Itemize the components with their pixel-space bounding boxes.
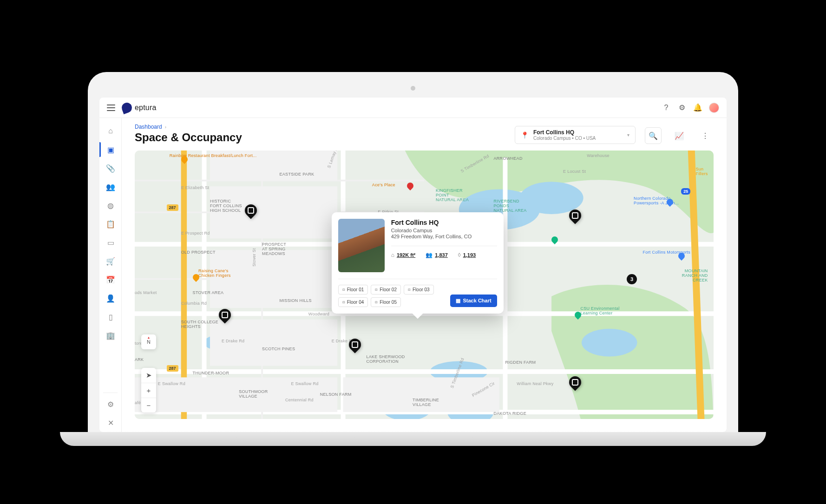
svg-rect-22	[210, 250, 337, 308]
building-cluster-marker[interactable]: 3	[627, 274, 637, 284]
map-label: HISTORIC FORT COLLINS HIGH SCHOOL	[210, 199, 242, 213]
nav-cart-icon[interactable]: 🛒	[99, 252, 122, 270]
stat-seats[interactable]: ◊1,193	[458, 252, 476, 258]
notifications-bell-icon[interactable]: 🔔	[693, 103, 702, 112]
brand-logo[interactable]: eptura	[122, 103, 157, 113]
user-avatar[interactable]	[709, 103, 719, 113]
map-label: EASTSIDE PARK	[280, 172, 315, 177]
map-label: OLD PROSPECT	[181, 250, 216, 255]
nav-attach-icon[interactable]: 📎	[99, 159, 122, 177]
location-picker[interactable]: 📍 Fort Collins HQ Colorado Campus • CO •…	[515, 126, 636, 144]
search-button[interactable]: 🔍	[645, 127, 662, 144]
topbar: eptura ? ⚙ 🔔	[99, 98, 727, 118]
map-label: THUNDER-MOOR	[193, 371, 229, 375]
chart-icon: 📈	[675, 131, 684, 140]
street-label: E Elizabeth St	[181, 185, 210, 190]
map-label: Kingfisher Point Natural Area	[436, 188, 469, 202]
hwy-shield: 287	[167, 365, 178, 372]
map-label: MISSION HILLS	[280, 298, 312, 303]
map-label: Woodward	[308, 312, 329, 316]
map-label: STOVER AREA	[193, 290, 224, 295]
search-icon: 🔍	[649, 131, 658, 140]
map-label: Raising Cane's Chicken Fingers	[198, 268, 231, 278]
hamburger-menu[interactable]	[107, 105, 115, 111]
map-label: Arrowhead	[494, 156, 523, 161]
street-label: E Prospect Rd	[181, 231, 210, 236]
nav-badge-icon[interactable]: ▭	[99, 233, 122, 252]
map-label: CSU Environmental Learning Center	[580, 306, 619, 315]
street-label: E Swallow Rd	[158, 381, 185, 386]
page-header: Dashboard › Space & Occupancy 📍 Fort Col…	[122, 118, 727, 151]
nav-globe-icon[interactable]: ◍	[99, 196, 122, 215]
map-label: Ace's Place	[372, 183, 395, 187]
street-label: E Swallow Rd	[291, 381, 318, 386]
floor-chip[interactable]: Floor 05	[371, 297, 401, 307]
seat-icon: ◊	[458, 252, 461, 258]
location-name: Fort Collins HQ	[533, 129, 596, 136]
svg-point-6	[582, 329, 637, 357]
floor-chip[interactable]: Floor 02	[371, 285, 401, 295]
location-path: Colorado Campus • CO • USA	[533, 136, 596, 141]
map-label: ARK	[135, 357, 144, 362]
map-label: Mountain Ranch and Creek	[682, 268, 708, 282]
nav-space-icon[interactable]: ▣	[99, 140, 122, 159]
nav-user-icon[interactable]: 👤	[99, 289, 122, 308]
zoom-in-button[interactable]: +	[141, 383, 156, 398]
street-label: William Neal Pkwy	[517, 381, 553, 386]
help-icon[interactable]: ?	[662, 103, 671, 112]
chevron-down-icon: ▾	[627, 132, 629, 137]
more-menu[interactable]: ⋮	[697, 127, 714, 144]
popup-title: Fort Collins HQ	[391, 219, 497, 226]
floor-chip[interactable]: Floor 01	[338, 285, 368, 295]
street-label: E Locust St	[563, 169, 586, 174]
map-canvas[interactable]: Arrowhead EASTSIDE PARK HISTORIC FORT CO…	[135, 151, 714, 419]
compass-control[interactable]: N	[141, 334, 156, 349]
chart-button[interactable]: 📈	[671, 127, 688, 144]
building-thumbnail	[338, 219, 385, 272]
locate-me-button[interactable]: ➤	[141, 368, 156, 383]
settings-gear-icon[interactable]: ⚙	[677, 103, 687, 112]
map-label: SCOTCH PINES	[262, 347, 295, 351]
map-controls: ➤ + −	[141, 368, 156, 412]
street-label: E Drake Rd	[222, 339, 245, 343]
map-label: LAKE SHERWOOD CORPORATION	[366, 354, 405, 364]
interstate-shield: 25	[681, 188, 690, 195]
breadcrumb-item[interactable]: Dashboard	[135, 124, 162, 130]
nav-tools-icon[interactable]: ✕	[99, 413, 122, 432]
nav-people-icon[interactable]: 👥	[99, 177, 122, 196]
stat-area[interactable]: ⌂192K ft²	[391, 252, 416, 258]
nav-device-icon[interactable]: ▯	[99, 308, 122, 326]
nav-building-icon[interactable]: 🏢	[99, 326, 122, 345]
map-label: afé	[135, 400, 141, 405]
page-title: Space & Occupancy	[135, 131, 505, 144]
brand-name: eptura	[135, 104, 157, 112]
map-label: PROSPECT AT SPRING MEADOWS	[262, 242, 286, 256]
stat-people[interactable]: 👥1,837	[426, 252, 448, 258]
nav-home-icon[interactable]: ⌂	[99, 122, 122, 140]
hwy-shield: 287	[167, 204, 178, 211]
map-label: Warehouse	[587, 153, 609, 158]
area-icon: ⌂	[391, 252, 394, 258]
logo-mark	[120, 101, 133, 114]
floor-chips: Floor 01 Floor 02 Floor 03 Floor 04 Floo…	[338, 285, 436, 307]
zoom-out-button[interactable]: −	[141, 398, 156, 412]
people-icon: 👥	[426, 252, 433, 258]
map-label: Riverbend Ponds Natural Area	[494, 199, 527, 213]
sidenav: ⌂ ▣ 📎 👥 ◍ 📋 ▭ 🛒 📅 👤 ▯ 🏢 ⚙ ✕	[99, 118, 122, 432]
nav-clipboard-icon[interactable]: 📋	[99, 215, 122, 233]
map-label: SOUTH COLLEGE HEIGHTS	[181, 320, 218, 329]
more-vertical-icon: ⋮	[701, 131, 709, 140]
stack-chart-button[interactable]: Stack Chart	[450, 295, 497, 307]
breadcrumb[interactable]: Dashboard ›	[135, 124, 505, 130]
nav-calendar-icon[interactable]: 📅	[99, 270, 122, 289]
street-label: Stover St	[252, 249, 256, 267]
map-label: NELSON FARM	[320, 392, 352, 397]
map-label: Sun Fillers	[695, 167, 708, 176]
floor-chip[interactable]: Floor 03	[404, 285, 434, 295]
floor-chip[interactable]: Floor 04	[338, 297, 368, 307]
nav-gear-icon[interactable]: ⚙	[99, 395, 122, 413]
chevron-right-icon: ›	[165, 124, 166, 130]
map-label: DAKOTA RIDGE	[494, 411, 526, 416]
map-label: ods Market	[135, 290, 157, 295]
pin-icon: 📍	[521, 131, 529, 139]
